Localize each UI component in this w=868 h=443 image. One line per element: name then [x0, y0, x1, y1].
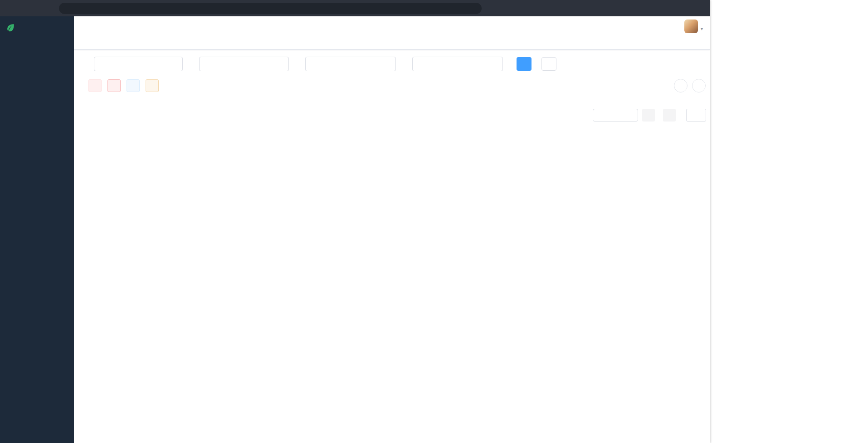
search-button[interactable] [517, 57, 532, 71]
back-button[interactable] [5, 2, 19, 15]
clear-button[interactable] [107, 79, 121, 92]
reload-button[interactable] [23, 2, 36, 15]
delete-button[interactable] [88, 79, 102, 92]
reset-button[interactable] [541, 57, 556, 71]
browser-home-button[interactable] [40, 2, 54, 15]
action-bar [88, 79, 706, 92]
toggle-search-button[interactable] [674, 79, 688, 92]
prev-page-button[interactable] [642, 109, 655, 122]
topbar-actions: ▾ [677, 19, 703, 33]
login-status-select[interactable] [305, 57, 396, 71]
user-name-input[interactable] [199, 57, 289, 71]
app-frame: ▾ [0, 16, 710, 443]
page-content [74, 50, 710, 443]
export-button[interactable] [146, 79, 159, 92]
sidebar [0, 16, 74, 443]
filter-bar [88, 54, 706, 73]
user-avatar[interactable] [684, 19, 698, 33]
login-time-range-picker[interactable] [412, 57, 503, 71]
login-ip-input[interactable] [94, 57, 183, 71]
pagination [88, 109, 709, 122]
goto-page-input[interactable] [686, 109, 706, 122]
leaf-logo-icon [5, 23, 15, 33]
next-page-button[interactable] [663, 109, 676, 122]
page-size-select[interactable] [593, 109, 638, 122]
browser-window: ▾ [0, 0, 710, 443]
app-logo [0, 16, 74, 39]
refresh-table-button[interactable] [692, 79, 706, 92]
unlock-button[interactable] [127, 79, 140, 92]
avatar-caret-icon: ▾ [701, 26, 703, 31]
main-area: ▾ [74, 16, 710, 443]
tabs-bar [74, 36, 710, 50]
table-tools [674, 79, 706, 92]
topbar: ▾ [74, 16, 710, 36]
browser-chrome [0, 0, 710, 16]
address-bar[interactable] [59, 3, 482, 14]
